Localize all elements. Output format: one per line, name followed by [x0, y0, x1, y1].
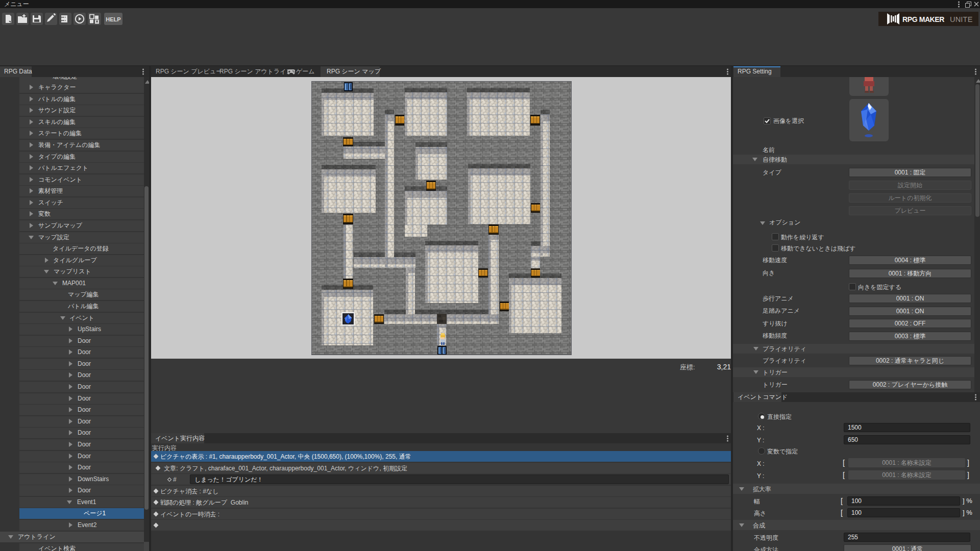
svg-text:HELP: HELP	[106, 16, 120, 22]
svg-text:UNITE: UNITE	[950, 15, 973, 23]
svg-text:RPG MAKER: RPG MAKER	[902, 15, 944, 23]
